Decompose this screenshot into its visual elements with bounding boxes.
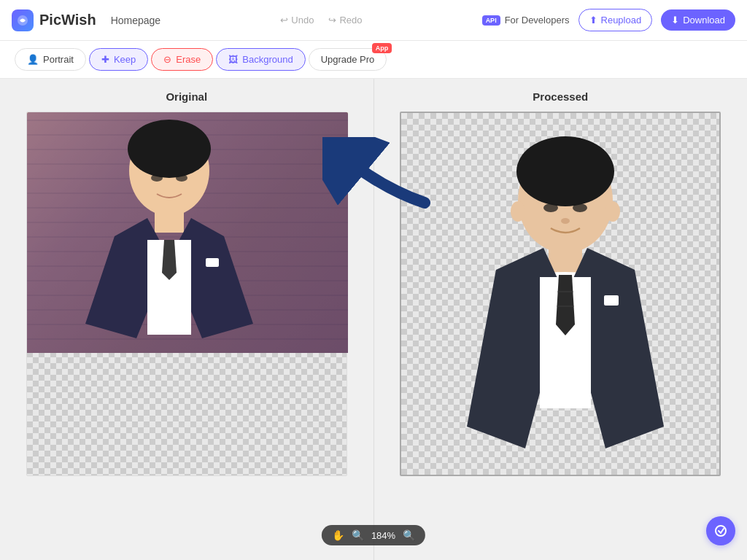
upgrade-pro-button[interactable]: Upgrade Pro App xyxy=(309,48,387,71)
original-label: Original xyxy=(166,90,207,103)
svg-point-21 xyxy=(716,526,726,536)
svg-point-18 xyxy=(511,201,525,222)
keep-icon: ✚ xyxy=(101,54,109,65)
processed-panel: Processed xyxy=(374,79,748,560)
canvas-area: Original xyxy=(0,79,747,560)
redo-icon: ↪ xyxy=(328,15,336,26)
download-label: Download xyxy=(683,15,725,26)
zoom-level: 184% xyxy=(371,530,395,541)
zoom-in-icon: 🔍 xyxy=(403,529,415,541)
processed-image-container xyxy=(400,112,721,476)
reupload-label: Reupload xyxy=(601,15,642,26)
reupload-button[interactable]: ⬆ Reupload xyxy=(578,9,653,31)
keep-label: Keep xyxy=(114,54,136,65)
header-center: ↩ Undo ↪ Redo xyxy=(160,15,482,26)
header-right: API For Developers ⬆ Reupload ⬇ Download xyxy=(482,9,735,31)
processed-person-svg xyxy=(401,113,722,478)
svg-point-7 xyxy=(176,174,187,182)
svg-point-10 xyxy=(516,136,614,206)
processed-label: Processed xyxy=(533,90,588,103)
portrait-button[interactable]: 👤 Portrait xyxy=(15,48,86,71)
redo-label: Redo xyxy=(339,15,362,26)
for-developers-button[interactable]: API For Developers xyxy=(482,15,570,26)
erase-button[interactable]: ⊖ Erase xyxy=(151,48,213,71)
toolbar: 👤 Portrait ✚ Keep ⊖ Erase 🖼 Background U… xyxy=(0,41,747,79)
background-label: Background xyxy=(242,54,293,65)
reupload-icon: ⬆ xyxy=(589,15,597,26)
download-icon: ⬇ xyxy=(671,15,679,26)
background-icon: 🖼 xyxy=(228,54,238,65)
undo-icon: ↩ xyxy=(280,15,288,26)
original-person-svg xyxy=(27,112,348,353)
zoom-out-icon: 🔍 xyxy=(352,529,364,541)
svg-rect-8 xyxy=(206,258,219,267)
logo-text: PicWish xyxy=(39,12,96,28)
svg-point-6 xyxy=(151,174,163,182)
undo-button[interactable]: ↩ Undo xyxy=(280,15,314,26)
erase-label: Erase xyxy=(176,54,201,65)
undo-label: Undo xyxy=(291,15,314,26)
api-badge: API xyxy=(482,15,500,26)
erase-icon: ⊖ xyxy=(163,54,171,65)
svg-point-2 xyxy=(128,120,211,178)
download-button[interactable]: ⬇ Download xyxy=(661,9,735,31)
upgrade-pro-label: Upgrade Pro xyxy=(321,54,375,65)
hand-icon: ✋ xyxy=(332,529,344,541)
svg-point-16 xyxy=(561,218,570,224)
app-badge: App xyxy=(372,43,392,53)
homepage-link[interactable]: Homepage xyxy=(111,15,161,26)
fab-button[interactable] xyxy=(706,516,735,545)
keep-button[interactable]: ✚ Keep xyxy=(89,48,148,71)
redo-button[interactable]: ↪ Redo xyxy=(328,15,362,26)
portrait-icon: 👤 xyxy=(27,54,39,65)
portrait-label: Portrait xyxy=(43,54,74,65)
logo-icon xyxy=(12,9,34,31)
svg-point-19 xyxy=(605,201,620,222)
background-button[interactable]: 🖼 Background xyxy=(216,48,305,71)
original-panel: Original xyxy=(0,79,374,560)
undo-redo-group: ↩ Undo ↪ Redo xyxy=(280,15,362,26)
logo-area: PicWish xyxy=(12,9,96,31)
svg-point-14 xyxy=(543,203,558,212)
svg-point-15 xyxy=(573,203,587,212)
header: PicWish Homepage ↩ Undo ↪ Redo API For D… xyxy=(0,0,747,41)
svg-rect-3 xyxy=(155,207,184,233)
for-developers-label: For Developers xyxy=(505,15,570,26)
svg-rect-17 xyxy=(604,295,619,306)
original-image-container xyxy=(26,112,347,476)
zoom-bar: ✋ 🔍 184% 🔍 xyxy=(322,525,425,545)
